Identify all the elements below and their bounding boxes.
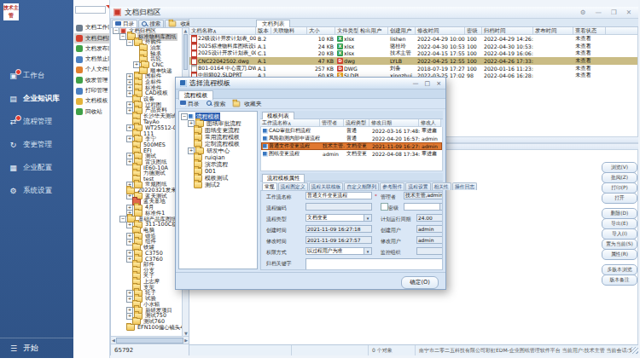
flow-type-select[interactable]: 文档变更 <box>305 214 372 222</box>
props-tab-相关性[interactable]: 相关性 <box>432 182 451 190</box>
settings-icon[interactable]: ⚙ <box>580 9 586 16</box>
document-row[interactable]: CNC22042502.dwgA.147 KBDdwgLYLB2022-04-2… <box>189 57 637 65</box>
sidebar-item-1[interactable]: ▣工作台 <box>0 66 82 85</box>
template-column-1[interactable]: 工作流名称 ∧ <box>260 119 320 127</box>
props-tab-操作日志[interactable]: 操作日志 <box>452 182 477 190</box>
sidebar-item-6[interactable]: ⚙系统设置 <box>0 182 82 200</box>
module-item[interactable]: 文档归档区 <box>74 33 109 43</box>
module-item[interactable]: 文档工作区 <box>74 23 109 33</box>
permission-mode-select[interactable]: 以过程用户为准 <box>305 247 372 255</box>
dialog-minimize-icon[interactable]: — <box>413 80 419 87</box>
start-button[interactable]: ☰ 开始 <box>0 338 73 358</box>
props-tab-参考附件[interactable]: 参考附件 <box>380 182 404 190</box>
tree-node[interactable]: EFN100偏心镜头40-0 图纸 <box>111 325 183 331</box>
document-row[interactable]: B01-0164 中心震刀.DWGA.1257 KBDDWG刘备2018-07-… <box>189 65 637 72</box>
toolbar-搜索[interactable]: 搜索 <box>207 100 226 108</box>
manager-input[interactable] <box>404 192 443 199</box>
sidebar-item-4[interactable]: ↻变更管理 <box>0 136 82 154</box>
template-row[interactable]: 图纸变更流程admin文档变更2022-04-08 17:34:36覃进鑫 <box>261 150 442 158</box>
module-item[interactable]: 文档发布区 <box>74 44 109 55</box>
collapse-icon[interactable]: − <box>119 33 126 40</box>
action-button-置为当前(S)[interactable]: 置为当前(S) <box>602 239 637 250</box>
action-button-版本备注[interactable]: 版本备注 <box>602 274 637 286</box>
sidebar-item-2[interactable]: ▤企业知识库 <box>0 90 82 108</box>
template-column-3[interactable]: 流程类型 <box>344 119 369 127</box>
tree-node[interactable]: +研发中心 <box>179 147 257 154</box>
tab-template-properties[interactable]: 流程模板属性 <box>262 174 305 182</box>
cycle-input[interactable] <box>416 214 443 222</box>
template-row[interactable]: 普通文件变更流程技术主管...文档变更2021-11-09 16:27:57ad… <box>261 142 442 150</box>
column-header-4[interactable]: 大小 <box>307 27 335 35</box>
tab-目录[interactable]: 目录 <box>112 20 137 27</box>
template-row[interactable]: 风险勘测内部申请流程普通2022-04-20 16:57:31admin <box>261 135 442 142</box>
props-tab-流程图定义[interactable]: 流程图定义 <box>278 182 308 190</box>
module-item[interactable]: 回收站 <box>74 107 109 117</box>
tree-node[interactable]: 测试2 <box>179 182 257 188</box>
workflow-name-input[interactable] <box>305 192 372 199</box>
props-tab-常规[interactable]: 常规 <box>262 182 277 190</box>
action-button-多版本浏览[interactable]: 多版本浏览 <box>602 264 637 275</box>
props-tab-流程设置[interactable]: 流程设置 <box>405 182 430 190</box>
module-item[interactable]: 打印管理 <box>74 86 109 96</box>
column-header-3[interactable]: 关联物料 <box>271 27 307 35</box>
resize-grip[interactable] <box>631 347 638 354</box>
column-header-8[interactable]: 修改时间 <box>416 27 465 35</box>
template-column-5[interactable]: 修改人 <box>419 119 441 127</box>
document-row[interactable]: 2025标准物料库图纸设计开...A.124 KBXxlsx骆桂玲2022-04… <box>189 43 637 50</box>
column-header-9[interactable]: 密级 <box>465 27 482 35</box>
toolbar-目录[interactable]: 目录 <box>180 100 200 108</box>
column-header-2[interactable]: 版本 <box>256 27 271 35</box>
action-button-属性(R)[interactable]: 属性(R) <box>602 249 637 260</box>
module-item[interactable]: 个人文件区 <box>74 65 109 75</box>
action-button-删除(D)[interactable]: 删除(D) <box>602 208 637 219</box>
collapse-icon[interactable]: − <box>119 216 126 222</box>
action-button-浏览(V)[interactable]: 浏览(V) <box>602 162 637 173</box>
collapse-icon[interactable]: − <box>113 28 119 34</box>
archive-keyword-textarea[interactable]: ▲▼ <box>305 258 443 270</box>
action-button-打印(P)[interactable]: 打印(P) <box>602 182 637 194</box>
flow-code-input[interactable] <box>305 203 372 211</box>
module-item[interactable]: 文档禁止区 <box>74 55 109 65</box>
secret-checkbox[interactable] <box>381 203 388 211</box>
column-header-12[interactable]: 查看状态 <box>573 27 606 35</box>
tree-node[interactable]: 演示流程 <box>179 161 257 168</box>
column-header-10[interactable]: 归档时间 <box>482 27 533 35</box>
column-header-11[interactable]: 发布时间 <box>533 27 573 35</box>
dialog-maximize-icon[interactable]: □ <box>425 80 431 87</box>
sidebar-item-3[interactable]: ⇄流程管理 <box>0 113 82 131</box>
column-header-7[interactable]: 创建用户 <box>388 27 416 35</box>
toolbar-收藏夹[interactable]: 收藏夹 <box>232 100 261 108</box>
action-button-导入(I)[interactable]: 导入(I) <box>602 228 637 240</box>
monitor-org-input[interactable] <box>416 247 443 255</box>
dialog-titlebar[interactable]: 选择流程模板 —□× <box>176 78 445 90</box>
column-header-1[interactable]: 文档名称 ∧ <box>189 27 256 35</box>
sidebar-item-5[interactable]: ▦企业配置 <box>0 159 82 177</box>
action-button-批阅(Z)[interactable]: 批阅(Z) <box>602 172 637 183</box>
template-column-2[interactable]: 管理者 <box>320 119 344 127</box>
ok-button[interactable]: 确定(O) <box>401 276 439 289</box>
column-header-6[interactable]: 检出用户 <box>358 27 388 35</box>
column-header-5[interactable]: 文件类型 <box>335 27 358 35</box>
close-icon[interactable]: ✕ <box>626 9 631 16</box>
module-item[interactable]: 收发管理 <box>74 76 109 86</box>
module-item[interactable]: 文档模板 <box>74 96 109 107</box>
props-tab-自定义期限列[interactable]: 自定义期限列 <box>344 182 379 190</box>
document-row[interactable]: 22级设计开发计划表_002.xlsxB.210 KBXxlsxlishen20… <box>189 35 637 43</box>
collapse-icon[interactable]: − <box>181 113 188 120</box>
cell: 2022-04-29 14:26:29 <box>482 35 533 43</box>
template-column-4[interactable]: 修改日期 <box>369 119 419 127</box>
template-row[interactable]: CAD审批归档流程普通2022-03-16 17:48:23覃进鑫 <box>261 127 442 135</box>
dialog-close-icon[interactable]: × <box>436 80 441 87</box>
secret-select[interactable] <box>404 203 443 211</box>
document-row[interactable]: 2025设计开发计划表_000001...C.120 KBXxlsx技术主管20… <box>189 49 637 57</box>
tab-搜索[interactable]: 搜索 <box>138 20 164 27</box>
cell-text: 2022-04-20 16:57:31 <box>372 136 420 142</box>
tree-node[interactable]: 顺丰快递 <box>111 68 183 74</box>
module-search-input[interactable] <box>75 6 106 14</box>
action-button-导出(E)[interactable]: 导出(E) <box>602 218 637 229</box>
props-tab-流程关联模板[interactable]: 流程关联模板 <box>309 182 344 190</box>
minimize-icon[interactable]: — <box>595 9 602 16</box>
restore-icon[interactable]: ❐ <box>611 9 617 16</box>
tree-horizontal-scrollbar[interactable]: ◀▶ <box>111 336 189 344</box>
action-button-打开[interactable]: 打开 <box>602 193 637 204</box>
